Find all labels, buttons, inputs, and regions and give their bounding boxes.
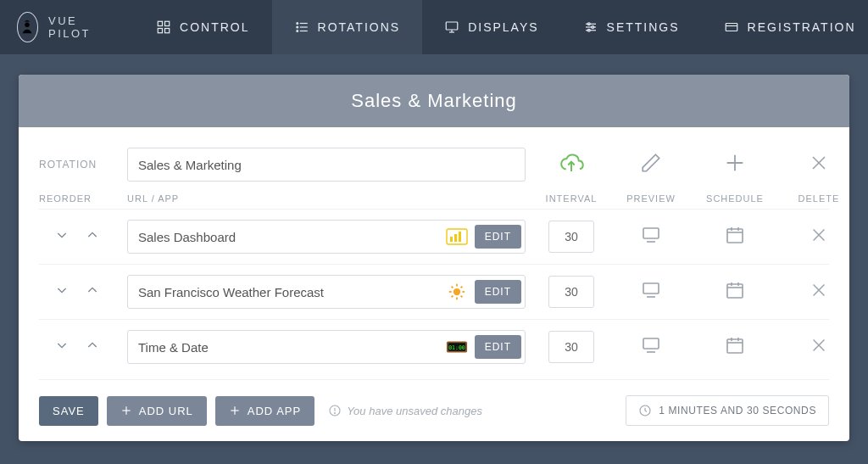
svg-text:01:00: 01:00: [448, 344, 465, 351]
nav-items: CONTROL ROTATIONS DISPLAYS SETTINGS REGI…: [134, 0, 868, 54]
sliders-icon: [583, 20, 598, 35]
list-icon: [294, 20, 309, 35]
nav-control[interactable]: CONTROL: [134, 0, 271, 54]
brand-label: VUE PILOT: [48, 14, 100, 40]
nav-label: DISPLAYS: [468, 20, 538, 34]
move-down-button[interactable]: [53, 338, 71, 355]
delete-button[interactable]: [785, 226, 849, 248]
move-up-button[interactable]: [83, 283, 102, 300]
nav-rotations[interactable]: ROTATIONS: [272, 0, 423, 54]
nav-registration[interactable]: REGISTRATION: [702, 0, 868, 54]
interval-input[interactable]: [548, 331, 594, 363]
svg-point-73: [335, 413, 336, 414]
col-interval: INTERVAL: [537, 193, 605, 204]
nav-displays[interactable]: DISPLAYS: [422, 0, 560, 54]
interval-input[interactable]: [548, 221, 594, 253]
rotation-item-row: Time & Date 01:00 EDIT: [39, 319, 829, 374]
col-delete: DELETE: [785, 193, 849, 204]
item-name: San Francisco Weather Forecast: [138, 285, 439, 299]
move-down-button[interactable]: [53, 283, 71, 300]
sun-icon: [446, 282, 468, 301]
svg-rect-48: [643, 283, 659, 293]
schedule-button[interactable]: [697, 335, 773, 359]
add-url-button[interactable]: ADD URL: [107, 396, 207, 426]
preview-button[interactable]: [617, 225, 685, 249]
rotation-editor-card: Sales & Marketing ROTATION REORDER URL /…: [19, 75, 849, 441]
url-app-field: Sales Dashboard EDIT: [127, 220, 526, 254]
rotation-name-row: ROTATION: [39, 143, 829, 193]
total-duration-chip: 1 MINUTES AND 30 SECONDS: [626, 395, 829, 426]
footer-bar: SAVE ADD URL ADD APP You have unsaved ch…: [39, 379, 829, 426]
rotation-label: ROTATION: [39, 159, 115, 171]
svg-rect-33: [727, 229, 743, 243]
schedule-button[interactable]: [697, 225, 773, 249]
item-name: Time & Date: [138, 340, 439, 355]
svg-line-47: [451, 296, 453, 298]
svg-point-5: [296, 23, 298, 25]
nav-label: ROTATIONS: [318, 20, 401, 34]
columns-header: REORDER URL / APP INTERVAL PREVIEW SCHED…: [39, 193, 829, 209]
duration-text: 1 MINUTES AND 30 SECONDS: [659, 405, 816, 416]
svg-rect-28: [450, 237, 453, 242]
edit-button[interactable]: EDIT: [475, 225, 521, 249]
item-name: Sales Dashboard: [138, 230, 439, 244]
svg-rect-20: [726, 24, 737, 31]
preview-button[interactable]: [617, 335, 685, 359]
top-nav: VUE PILOT CONTROL ROTATIONS DISPLAYS SET…: [0, 0, 868, 54]
grid-icon: [156, 20, 171, 35]
svg-rect-2: [165, 21, 170, 25]
schedule-button[interactable]: [697, 280, 773, 304]
col-schedule: SCHEDULE: [697, 193, 773, 204]
monitor-icon: [444, 20, 459, 35]
svg-rect-30: [459, 232, 461, 242]
edit-button[interactable]: EDIT: [475, 335, 521, 359]
edit-button[interactable]: EDIT: [475, 280, 521, 304]
svg-rect-50: [727, 284, 743, 298]
move-up-button[interactable]: [83, 338, 102, 355]
col-preview: PREVIEW: [617, 193, 685, 204]
svg-point-0: [25, 23, 31, 28]
delete-button[interactable]: [785, 336, 849, 358]
page-title: Sales & Marketing: [19, 75, 849, 127]
col-url-app: URL / APP: [127, 193, 526, 204]
rotation-item-row: Sales Dashboard EDIT: [39, 209, 829, 264]
save-button[interactable]: SAVE: [39, 396, 98, 426]
rotation-name-input[interactable]: [127, 148, 526, 182]
delete-button[interactable]: [785, 281, 849, 303]
nav-label: SETTINGS: [607, 20, 680, 34]
svg-point-6: [296, 26, 298, 28]
svg-rect-3: [158, 29, 162, 33]
nav-settings[interactable]: SETTINGS: [561, 0, 702, 54]
cloud-upload-button[interactable]: [537, 150, 605, 179]
digital-clock-icon: 01:00: [446, 338, 468, 356]
move-down-button[interactable]: [53, 228, 71, 245]
close-button[interactable]: [785, 153, 849, 176]
unsaved-text: You have unsaved changes: [347, 405, 482, 417]
svg-rect-11: [446, 22, 458, 30]
url-app-field: Time & Date 01:00 EDIT: [127, 330, 526, 364]
svg-point-39: [453, 288, 460, 295]
brand-logo-icon: [17, 12, 38, 42]
svg-rect-1: [158, 21, 162, 25]
card-icon: [724, 20, 739, 35]
nav-label: CONTROL: [180, 20, 249, 34]
rotation-item-row: San Francisco Weather Forecast EDIT: [39, 264, 829, 319]
svg-line-44: [451, 287, 453, 288]
brand: VUE PILOT: [17, 12, 100, 42]
svg-rect-4: [165, 29, 170, 33]
add-button[interactable]: [697, 151, 773, 178]
powerbi-icon: [446, 227, 468, 246]
rename-button[interactable]: [617, 152, 685, 177]
move-up-button[interactable]: [83, 228, 102, 245]
svg-rect-29: [454, 234, 457, 242]
unsaved-changes-notice: You have unsaved changes: [328, 404, 482, 417]
nav-label: REGISTRATION: [748, 20, 856, 34]
preview-button[interactable]: [617, 280, 685, 304]
interval-input[interactable]: [548, 276, 594, 308]
add-app-button[interactable]: ADD APP: [215, 396, 314, 426]
add-app-label: ADD APP: [248, 405, 301, 417]
col-reorder: REORDER: [39, 193, 115, 204]
url-app-field: San Francisco Weather Forecast EDIT: [127, 275, 526, 309]
svg-line-45: [460, 296, 462, 298]
svg-rect-31: [643, 228, 659, 238]
